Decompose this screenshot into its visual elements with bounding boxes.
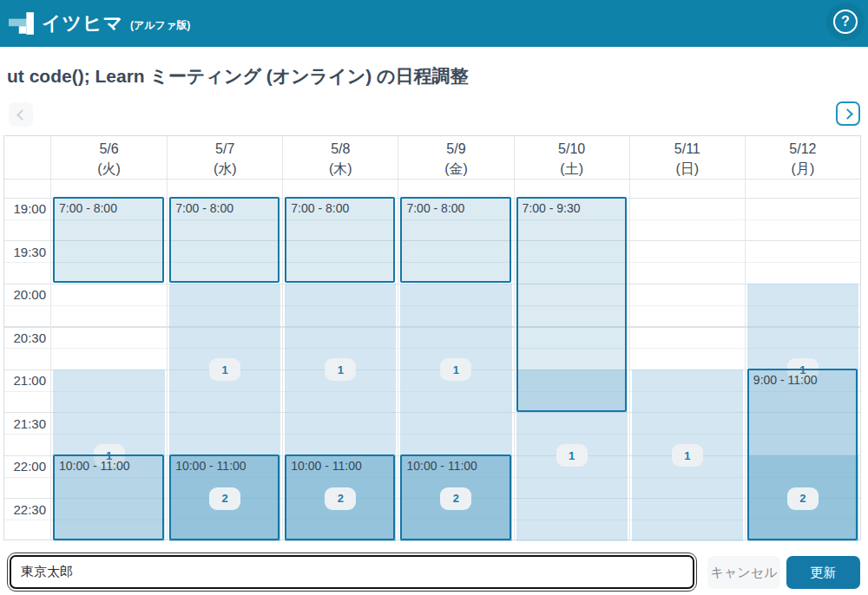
day-header: 5/9(金) [398,136,513,179]
time-label: 20:00 [4,287,46,302]
availability-block-label: 9:00 - 11:00 [749,370,856,389]
availability-block-label: 7:00 - 8:00 [55,199,162,218]
footer-bar: キャンセル 更新 [0,546,868,595]
day-header: 5/6(火) [51,136,167,179]
day-header: 5/10(土) [515,136,629,179]
availability-block[interactable]: 7:00 - 8:00 [53,197,164,283]
time-label: 19:00 [4,201,46,216]
day-weekday: (金) [398,159,513,179]
day-header: 5/11(日) [630,136,745,179]
time-label: 21:00 [4,373,46,388]
availability-block[interactable]: 7:00 - 8:00 [169,197,279,283]
day-column-slots[interactable]: 17:00 - 9:30 [515,198,629,541]
availability-block-label: 10:00 - 11:00 [55,456,162,475]
day-column[interactable]: 5/6(火)17:00 - 8:0010:00 - 11:00 [51,136,167,539]
availability-count-badge: 1 [209,358,240,381]
availability-block[interactable]: 9:00 - 11:00 [747,369,858,540]
availability-block-label: 7:00 - 8:00 [286,199,393,218]
time-label: 22:00 [4,459,46,474]
day-column[interactable]: 5/10(土)17:00 - 9:30 [514,136,629,539]
calendar-grid: 19:0019:3020:0020:3021:0021:3022:0022:30… [3,135,861,540]
day-column[interactable]: 5/11(日)1 [629,136,745,539]
name-input[interactable] [10,555,694,589]
day-date: 5/11 [630,139,745,159]
chevron-right-icon [842,108,853,120]
day-header: 5/7(水) [168,136,282,179]
help-button[interactable]: ? [833,10,858,34]
availability-count-badge: 1 [556,444,588,467]
availability-count-badge: 2 [209,487,240,510]
availability-count-badge: 1 [440,358,471,381]
day-date: 5/9 [398,139,513,159]
time-label: 22:30 [4,502,46,517]
app-version-badge: (アルファ版) [130,18,190,33]
availability-block[interactable]: 7:00 - 9:30 [516,197,627,412]
day-date: 5/6 [51,139,167,159]
availability-block[interactable]: 7:00 - 8:00 [400,197,510,283]
day-column-slots[interactable]: 127:00 - 8:0010:00 - 11:00 [398,198,513,541]
app-header: イツヒマ (アルファ版) ? [0,0,868,47]
day-weekday: (月) [746,159,860,179]
name-field-wrapper [7,552,697,592]
availability-count-badge: 2 [787,487,819,510]
day-column[interactable]: 5/9(金)127:00 - 8:0010:00 - 11:00 [398,136,513,539]
availability-count-badge: 2 [440,487,471,510]
prev-week-button[interactable] [9,102,33,127]
time-label: 19:30 [4,245,46,259]
cancel-button[interactable]: キャンセル [707,556,780,589]
chevron-left-icon [16,109,28,121]
availability-block[interactable]: 10:00 - 11:00 [53,454,164,540]
availability-block-label: 7:00 - 8:00 [171,199,278,218]
availability-block[interactable]: 7:00 - 8:00 [285,197,395,283]
question-icon: ? [841,14,850,29]
day-weekday: (木) [283,159,398,179]
day-column-slots[interactable]: 127:00 - 8:0010:00 - 11:00 [168,198,282,541]
app-title: イツヒマ [42,10,123,36]
day-header: 5/8(木) [283,136,398,179]
day-weekday: (日) [630,159,745,179]
day-column[interactable]: 5/8(木)127:00 - 8:0010:00 - 11:00 [282,136,398,539]
availability-block-label: 10:00 - 11:00 [402,456,509,475]
page-title: ut code(); Learn ミーティング (オンライン) の日程調整 [7,64,469,88]
availability-count-badge: 2 [325,487,356,510]
day-column[interactable]: 5/12(月)129:00 - 11:00 [745,136,860,539]
day-column-slots[interactable]: 17:00 - 8:0010:00 - 11:00 [51,198,167,541]
day-column[interactable]: 5/7(水)127:00 - 8:0010:00 - 11:00 [167,136,282,539]
availability-block-label: 10:00 - 11:00 [171,456,278,475]
day-weekday: (火) [51,159,167,179]
day-header: 5/12(月) [746,136,860,179]
availability-count-badge: 1 [672,444,703,467]
day-weekday: (水) [168,159,282,179]
day-column-slots[interactable]: 1 [630,198,745,541]
day-weekday: (土) [515,159,629,179]
day-date: 5/10 [515,139,629,159]
time-label: 21:30 [4,416,46,431]
availability-block-label: 7:00 - 9:30 [518,199,625,218]
day-column-slots[interactable]: 129:00 - 11:00 [746,198,860,541]
day-date: 5/8 [283,139,398,159]
availability-block-label: 7:00 - 8:00 [402,199,509,218]
day-column-slots[interactable]: 127:00 - 8:0010:00 - 11:00 [283,198,398,541]
day-date: 5/7 [168,139,282,159]
availability-count-badge: 1 [325,358,356,381]
time-label: 20:30 [4,330,46,345]
app-logo-icon [9,10,35,36]
availability-block-label: 10:00 - 11:00 [286,456,393,475]
next-week-button[interactable] [836,101,860,126]
day-date: 5/12 [746,139,860,159]
update-button[interactable]: 更新 [786,556,860,589]
